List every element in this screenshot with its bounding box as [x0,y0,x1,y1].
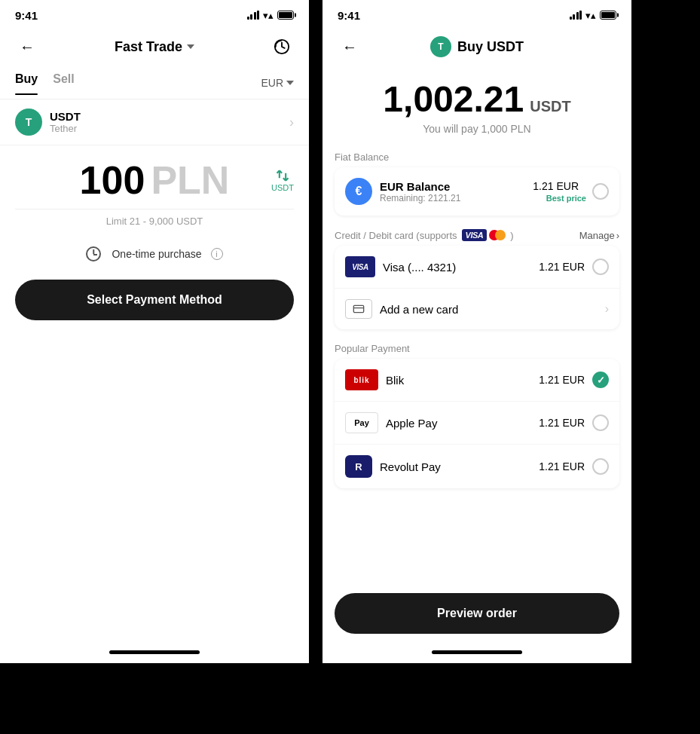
popular-payment-label: Popular Payment [335,335,619,359]
purchase-row: One-time purchase i [0,234,309,274]
apple-pay-row[interactable]: Pay Apple Pay 1.21 EUR [335,402,619,445]
revolut-radio[interactable] [592,458,609,475]
visa-card-icon: VISA [345,256,375,277]
battery-icon-right [600,11,616,20]
home-bar-left [109,650,200,654]
visa-card-amount: 1.21 EUR [539,261,585,273]
visa-card-row[interactable]: VISA Visa (.... 4321) 1.21 EUR [335,246,619,289]
mastercard-logo [489,230,506,240]
status-bar-left: 9:41 ▾▴ [0,0,309,27]
chevron-down-icon [187,44,194,49]
usdt-icon-right: T [430,36,451,57]
eur-amount: 1.21 EUR [533,180,579,192]
apple-pay-radio[interactable] [592,414,609,431]
buy-sub-text: You will pay 1,000 PLN [423,123,530,135]
left-phone: 9:41 ▾▴ ← Fast Trade [0,0,309,663]
eur-balance-details: EUR Balance Remaining: 2121.21 [380,180,533,203]
wifi-icon: ▾▴ [263,10,274,21]
back-arrow-icon: ← [20,38,35,56]
visa-logo: VISA [462,229,488,241]
status-icons-left: ▾▴ [247,10,295,21]
currency-selector[interactable]: EUR [261,77,294,89]
status-bar-right: 9:41 ▾▴ [322,0,631,27]
eur-balance-radio[interactable] [592,183,609,200]
blik-details: Blik [386,374,539,387]
right-phone: 9:41 ▾▴ ← T Buy USDT [322,0,631,663]
back-button-left[interactable]: ← [15,35,39,59]
swap-label: USDT [271,183,294,192]
visa-card-name: Visa (.... 4321) [383,261,539,274]
preview-order-button[interactable]: Preview order [335,593,619,634]
eur-balance-row[interactable]: € EUR Balance Remaining: 2121.21 1.21 EU… [335,167,619,216]
card-logos: VISA [462,229,506,241]
currency-chevron-icon [286,81,294,85]
card-payment-card: VISA Visa (.... 4321) 1.21 EUR Add a new… [335,246,619,329]
add-card-row[interactable]: Add a new card › [335,289,619,329]
visa-card-radio[interactable] [592,258,609,275]
fiat-balance-card: € EUR Balance Remaining: 2121.21 1.21 EU… [335,167,619,216]
buy-big-amount: 1,002.21 USDT [383,78,570,120]
header-left: ← Fast Trade [0,27,309,66]
back-arrow-icon-right: ← [342,38,357,56]
blik-icon: blik [345,369,378,390]
buy-header: ← T Buy USDT [322,27,631,66]
tab-buy[interactable]: Buy [15,72,38,93]
eur-balance-name: EUR Balance [380,180,533,193]
limit-text: Limit 21 - 9,000 USDT [106,216,203,227]
apple-pay-name: Apple Pay [386,417,539,430]
asset-chevron-icon: › [289,115,294,130]
apple-pay-amount: 1.21 EUR [539,417,585,429]
card-section-label: Credit / Debit card (supports [335,230,457,241]
battery-icon [277,11,294,20]
select-payment-button[interactable]: Select Payment Method [15,280,294,320]
asset-info: T USDT Tether [15,109,81,136]
manage-button[interactable]: Manage › [579,230,619,241]
card-section-header: Credit / Debit card (supports VISA ) Man… [335,222,619,246]
blik-radio[interactable] [592,372,609,388]
amount-section: 100 PLN USDT Limit 21 - 9,000 USDT [0,145,309,234]
revolut-name: Revolut Pay [380,460,539,473]
tab-bar-left: Buy Sell EUR [0,66,309,99]
usdt-icon: T [15,109,42,136]
home-indicator-right [322,641,631,663]
eur-remaining: Remaining: 2121.21 [380,193,533,203]
buy-amount-number: 1,002.21 [383,78,524,120]
signal-icon-right [570,11,582,20]
payment-section-container: Fiat Balance € EUR Balance Remaining: 21… [322,144,631,586]
header-title-left: Fast Trade [115,39,194,55]
time-left: 9:41 [15,9,38,22]
blik-name: Blik [386,374,539,387]
svg-rect-1 [353,305,363,312]
buy-title: T Buy USDT [430,36,524,57]
card-section-label-group: Credit / Debit card (supports VISA ) [335,229,514,241]
history-icon [274,38,290,55]
time-right: 9:41 [338,9,360,22]
revolut-details: Revolut Pay [380,460,539,473]
history-button[interactable] [270,35,294,59]
info-icon[interactable]: i [211,248,223,260]
tab-sell[interactable]: Sell [53,72,74,93]
swap-icon [275,168,290,183]
signal-icon [247,11,260,20]
apple-pay-details: Apple Pay [386,417,539,430]
amount-number[interactable]: 100 [80,161,145,200]
card-section-label-suffix: ) [510,230,513,241]
back-button-right[interactable]: ← [338,35,362,59]
asset-name: Tether [50,123,81,134]
clock-icon [86,246,101,261]
blik-row[interactable]: blik Blik 1.21 EUR [335,359,619,402]
home-indicator-left [0,641,309,663]
fiat-balance-label: Fiat Balance [335,144,619,167]
wifi-icon-right: ▾▴ [585,10,596,21]
eur-icon: € [345,178,372,205]
add-card-icon [345,299,372,319]
revolut-icon: R [345,455,372,478]
revolut-pay-row[interactable]: R Revolut Pay 1.21 EUR [335,445,619,488]
best-price-badge: Best price [546,194,586,203]
swap-button[interactable]: USDT [271,168,294,192]
amount-currency: PLN [151,161,229,200]
apple-pay-icon: Pay [345,412,378,433]
buy-amount-section: 1,002.21 USDT You will pay 1,000 PLN [322,66,631,144]
asset-row[interactable]: T USDT Tether › [0,99,309,145]
purchase-type-label: One-time purchase [112,248,201,260]
